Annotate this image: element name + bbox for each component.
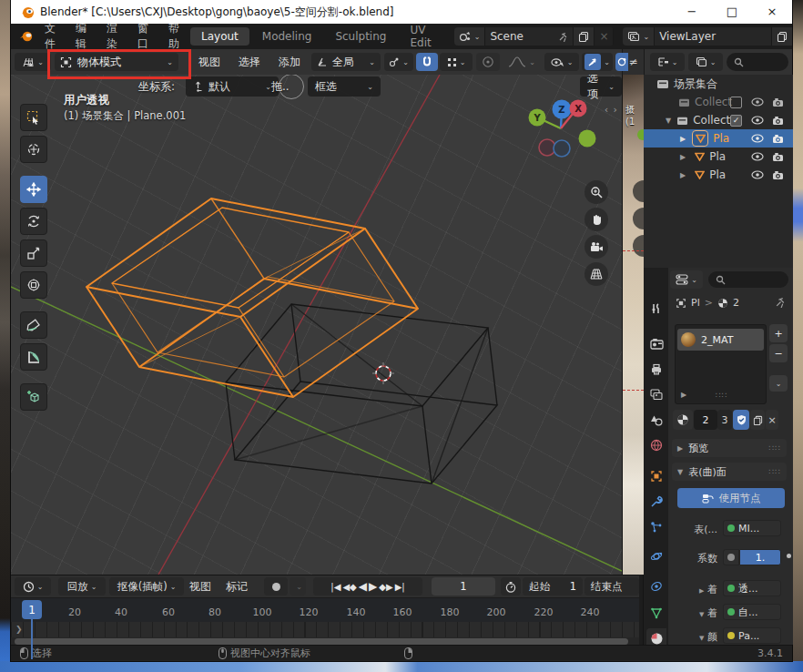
timeline-markers-menu[interactable]: 标记 [226,575,248,597]
hide-eye-icon[interactable] [751,97,764,107]
select-box-dropdown[interactable]: 框选 ⌄ [308,76,381,97]
camera-view-button[interactable] [584,235,608,259]
tool-annotate[interactable] [20,311,47,339]
tab-output[interactable] [646,359,666,379]
expand-arrow-icon[interactable]: ▼ [666,117,671,125]
menu-edit[interactable]: 编辑 [66,24,97,49]
outliner-search-input[interactable] [727,53,788,71]
browse-material-button[interactable] [673,410,693,430]
tool-rotate[interactable] [20,208,47,235]
overlays-toggle[interactable] [615,53,628,71]
field-shader2-value[interactable]: 自... [723,604,781,620]
viewlayer-name-field[interactable]: ViewLayer [655,27,772,46]
hide-eye-icon[interactable] [751,116,764,125]
menu-select[interactable]: 选择 [229,55,269,70]
tab-render[interactable] [646,333,666,353]
tab-world[interactable] [646,435,666,455]
auto-keying-toggle[interactable] [264,577,288,596]
viewlayer-new-button[interactable] [772,27,792,46]
outliner-row-plane-active[interactable]: ▶ Pla [644,129,793,148]
zoom-button[interactable] [584,180,608,204]
playhead-line[interactable] [31,619,33,659]
secondary-zoom-button[interactable] [633,180,644,202]
expand-arrow-icon[interactable]: ▶ [681,391,686,399]
secondary-viewport[interactable]: 摄 (1 [622,75,644,575]
tab-particles[interactable] [646,517,666,537]
hide-eye-icon[interactable] [751,134,764,143]
outliner-filter-dropdown[interactable]: ⌄ [688,53,723,71]
jump-end-button[interactable]: ▶| [395,582,405,592]
current-frame-field[interactable]: 1 [432,577,495,596]
playback-menu[interactable]: 回放⌄ [58,577,106,596]
secondary-pan-button[interactable] [633,208,644,229]
scrollbar-thumb[interactable] [15,638,628,645]
material-slot-active[interactable]: 2_MAT [677,329,764,351]
frame-end-field[interactable]: 结束点 [584,577,639,596]
expand-channels-arrow[interactable]: ❯ [15,625,23,634]
expand-arrow-icon[interactable]: ▶ [680,171,686,179]
menu-help[interactable]: 帮助 [158,24,189,49]
field-color-value[interactable]: Pa... [723,627,781,644]
exclude-checkbox[interactable] [730,97,742,108]
perspective-toggle-button[interactable] [584,262,608,286]
close-button[interactable]: × [752,0,792,24]
add-slot-button[interactable]: + [769,324,788,342]
maximize-button[interactable]: □ [712,0,752,24]
tool-scale[interactable] [20,239,47,267]
show-object-types-dropdown[interactable]: ⌄ [544,53,579,71]
hide-eye-icon[interactable] [751,170,764,179]
properties-editor-type-button[interactable]: ⌄ [670,270,703,289]
tool-cursor[interactable] [20,136,47,163]
expand-arrow-icon[interactable]: ▶ [680,153,686,161]
workspace-tab-uvedit[interactable]: UV Edit [399,24,442,49]
resize-grip[interactable]: ∷∷ [716,391,727,400]
panel-surface[interactable]: ▼ 表(曲)面 ∷∷ [672,463,787,481]
menu-add[interactable]: 添加 [269,55,310,70]
copy-material-button[interactable] [750,410,765,430]
menu-render[interactable]: 渲染 [97,24,127,49]
blender-menu-icon[interactable] [18,30,35,43]
viewlayer-browse-button[interactable]: ⌄ [623,27,655,46]
gizmos-dropdown[interactable]: ⌄ [582,53,613,71]
viewport-3d[interactable]: 坐标系: 默认 ⌄ 拖.. 框选 ⌄ [11,75,622,575]
playhead[interactable]: 1 [22,600,42,619]
slot-specials-dropdown[interactable]: ⌄ [769,375,788,392]
keying-menu[interactable]: 抠像(插帧)⌄ [109,577,184,596]
field-surface-value[interactable]: MI... [723,520,781,536]
proportional-editing-toggle[interactable] [476,53,500,71]
tool-add-cube[interactable] [20,383,47,411]
tool-move[interactable] [20,176,47,203]
hide-eye-icon[interactable] [751,152,764,161]
frame-start-field[interactable]: 起始1 [523,577,583,596]
keying-set-dropdown[interactable]: ⌄ [290,577,306,596]
panel-grip[interactable]: ∷∷ [769,467,781,476]
material-users-count[interactable]: 3 [717,410,732,430]
timeline-tracks[interactable]: ❯ [11,622,639,637]
workspace-tab-layout[interactable]: Layout [190,27,249,46]
proportional-falloff-dropdown[interactable]: ⌄ [502,53,542,71]
scene-new-button[interactable] [574,27,595,46]
disable-render-camera-icon[interactable] [772,170,784,180]
outliner-row-collection-hidden[interactable]: Collect [644,93,793,111]
factor-value-field[interactable]: 1. [739,549,781,565]
jump-start-button[interactable]: |◀ [330,582,341,592]
prev-keyframe-button[interactable]: ◀◆ [342,582,356,592]
animate-dot-icon[interactable] [787,554,791,558]
workspace-tab-sculpting[interactable]: Sculpting [324,27,397,46]
outliner-row-collection[interactable]: ▼ Collect ✓ [644,111,793,129]
secondary-camera-button[interactable] [633,235,644,257]
scene-browse-button[interactable]: ⌄ [454,27,486,46]
minimize-button[interactable]: − [672,0,712,24]
snap-settings-dropdown[interactable]: ⌄ [440,53,473,71]
mode-dropdown[interactable]: 物体模式 ⌄ [55,53,178,71]
fake-user-shield-toggle[interactable] [733,410,749,430]
breadcrumb-data[interactable]: 2 [733,297,739,309]
tab-modifiers[interactable] [646,492,666,512]
snap-toggle-magnet[interactable] [416,53,438,71]
timeline-editor-type-button[interactable]: ⌄ [15,577,51,596]
panel-preview[interactable]: ▶ 预览 ∷∷ [672,439,787,457]
tool-select-box[interactable] [20,104,47,131]
outliner-display-mode-dropdown[interactable]: ⌄ [650,53,685,71]
timeline-ruler[interactable]: 20 40 60 80 100 120 140 160 180 200 220 … [11,597,639,622]
disable-render-camera-icon[interactable] [772,134,784,144]
